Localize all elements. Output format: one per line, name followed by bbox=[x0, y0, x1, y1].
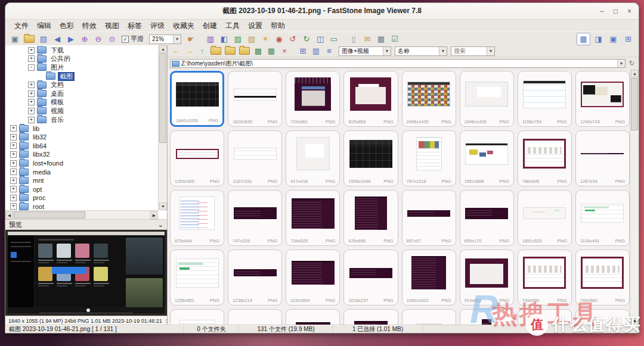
previous-image-icon[interactable]: ◀ bbox=[51, 34, 63, 45]
tree-vertical-scrollbar[interactable]: ▲ ▼ bbox=[158, 45, 167, 210]
scroll-right-icon[interactable]: ▶ bbox=[150, 211, 158, 219]
thumbnail-card[interactable]: 749x560PNG bbox=[575, 250, 630, 306]
scroll-down-icon[interactable]: ▼ bbox=[159, 202, 167, 210]
search-input[interactable] bbox=[451, 47, 487, 55]
tree-item[interactable]: +lib32 bbox=[5, 133, 158, 142]
tree-item[interactable]: +media bbox=[5, 167, 158, 176]
expand-icon[interactable]: + bbox=[28, 99, 35, 105]
tree-item[interactable]: +桌面 bbox=[5, 89, 158, 98]
actual-size-icon[interactable]: ⊙ bbox=[106, 34, 118, 45]
tree-item[interactable]: +模板 bbox=[5, 98, 158, 107]
tree-item[interactable]: +opt bbox=[5, 185, 158, 194]
zoom-out-icon[interactable]: ⊖ bbox=[92, 34, 104, 45]
tree-item[interactable]: +proc bbox=[5, 194, 158, 202]
close-button[interactable]: × bbox=[627, 7, 631, 15]
expand-icon[interactable]: + bbox=[10, 151, 17, 158]
thumbnail-card[interactable]: 914x626PNG bbox=[460, 250, 514, 306]
browse-view-button[interactable]: ▦ bbox=[577, 33, 590, 45]
menu-item[interactable]: 视图 bbox=[101, 21, 123, 31]
thumbnail-card[interactable] bbox=[518, 309, 572, 325]
slideshow-icon[interactable]: ▥ bbox=[205, 34, 216, 45]
thumbnail-card[interactable]: 749x560PNG bbox=[518, 250, 572, 306]
batch-convert-icon[interactable]: ▨ bbox=[232, 34, 244, 45]
preview-image[interactable] bbox=[5, 230, 167, 316]
delete-icon[interactable]: × bbox=[278, 46, 290, 57]
menu-item[interactable]: 编辑 bbox=[33, 21, 55, 31]
move-image-icon[interactable]: ▦ bbox=[265, 46, 277, 57]
tree-item[interactable]: +lib bbox=[5, 124, 158, 133]
thumbnail-card[interactable]: 1040x1002PNG bbox=[402, 250, 456, 306]
tree-item[interactable]: 截图 bbox=[5, 72, 158, 81]
thumbnail-card[interactable]: 734x525PNG bbox=[286, 190, 340, 246]
thumbnail-card[interactable]: 787x1018PNG bbox=[402, 130, 456, 186]
thumbnail-card[interactable] bbox=[170, 309, 224, 325]
rename-icon[interactable]: ▧ bbox=[246, 34, 258, 45]
zoom-level-select[interactable]: 21%▾ bbox=[149, 35, 181, 44]
thumbnail-card[interactable]: 1018x237PNG bbox=[343, 250, 398, 306]
collapse-icon[interactable]: - bbox=[28, 64, 35, 71]
capture-icon[interactable]: ▣ bbox=[9, 34, 21, 45]
scrollbar-thumb[interactable] bbox=[631, 78, 638, 130]
tree-item[interactable]: +文档 bbox=[5, 80, 158, 89]
menu-item[interactable]: 收藏夹 bbox=[169, 21, 199, 31]
forward-icon[interactable]: → bbox=[183, 46, 195, 57]
thumbnail-card[interactable]: 1267x34PNG bbox=[575, 130, 630, 186]
thumbnail-card[interactable]: 676x696PNG bbox=[343, 190, 398, 246]
chevron-down-icon[interactable]: ▾ bbox=[617, 60, 625, 67]
thumbnail-card[interactable]: 1256x851PNG bbox=[170, 250, 224, 306]
thumbnail-card[interactable]: 723x661PNG bbox=[286, 71, 340, 127]
chevron-down-icon[interactable]: ▾ bbox=[487, 47, 494, 55]
viewer-view-button[interactable]: ◨ bbox=[592, 33, 605, 45]
menu-item[interactable]: 标签 bbox=[123, 21, 146, 31]
expand-icon[interactable]: + bbox=[10, 186, 17, 192]
minimize-button[interactable]: − bbox=[600, 7, 604, 15]
chevron-down-icon[interactable]: ▾ bbox=[383, 47, 391, 55]
open-folder-icon[interactable] bbox=[24, 35, 35, 43]
scanner-icon[interactable]: ▯ bbox=[348, 34, 360, 45]
scrollbar-thumb[interactable] bbox=[14, 211, 85, 219]
thumbnail-card[interactable]: 1158x754PNG bbox=[518, 71, 572, 127]
thumbnail-card[interactable]: 786x545PNG bbox=[518, 130, 572, 186]
email-icon[interactable]: ✉ bbox=[361, 34, 373, 45]
expand-icon[interactable]: + bbox=[28, 55, 35, 62]
next-image-icon[interactable]: ▶ bbox=[65, 34, 77, 45]
scrollbar-thumb[interactable] bbox=[159, 54, 166, 143]
maximize-button[interactable]: □ bbox=[614, 7, 618, 15]
scroll-left-icon[interactable]: ◀ bbox=[5, 211, 13, 219]
menu-item[interactable]: 特效 bbox=[78, 21, 101, 31]
menu-item[interactable]: 工具 bbox=[221, 21, 244, 31]
sort-select[interactable]: 名称▾ bbox=[395, 46, 447, 56]
tree-item[interactable]: +libx32 bbox=[5, 150, 158, 159]
tree-item[interactable]: +mnt bbox=[5, 176, 158, 185]
thumbnail-card[interactable] bbox=[228, 309, 282, 325]
expand-icon[interactable]: + bbox=[28, 47, 35, 54]
expand-icon[interactable]: + bbox=[28, 117, 35, 123]
tree-item[interactable]: +root bbox=[5, 202, 158, 210]
thumbnail-card[interactable]: 1240x743PNG bbox=[575, 71, 630, 127]
expand-icon[interactable]: + bbox=[28, 82, 35, 88]
up-folder-icon[interactable]: ↑ bbox=[196, 46, 208, 57]
expand-icon[interactable]: + bbox=[10, 195, 17, 201]
expand-icon[interactable]: + bbox=[10, 203, 17, 210]
thumbnail-card[interactable]: 417x418PNG bbox=[286, 130, 340, 186]
column-view-icon[interactable]: ▥ bbox=[310, 46, 322, 57]
thumbnail-card[interactable] bbox=[575, 309, 630, 325]
tree-item[interactable]: +视频 bbox=[5, 107, 158, 116]
thumbnail-card[interactable]: 1238x214PNG bbox=[228, 250, 282, 306]
thumbnail-card[interactable]: 815x659PNG bbox=[343, 71, 398, 127]
thumbnail-view-icon[interactable]: ⊞ bbox=[297, 46, 309, 57]
collapse-preview-icon[interactable]: ⌄ bbox=[158, 221, 163, 229]
thumbnail-card[interactable]: 1269x305PNG bbox=[170, 130, 224, 186]
tree-item[interactable]: +音乐 bbox=[5, 116, 158, 124]
compare-images-icon[interactable]: ◧ bbox=[218, 34, 230, 45]
expand-icon[interactable]: + bbox=[10, 160, 17, 167]
thumbnail-card[interactable]: 675x644PNG bbox=[170, 190, 224, 246]
title-bar[interactable]: 截图 2023-10-19 01-46-21.png - FastStone I… bbox=[5, 3, 639, 20]
menu-item[interactable]: 文件 bbox=[10, 21, 33, 31]
thumbnail-card[interactable]: 659x170PNG bbox=[460, 190, 514, 246]
expand-icon[interactable]: + bbox=[10, 177, 17, 184]
move-to-folder-icon[interactable] bbox=[225, 47, 236, 55]
tasks-icon[interactable]: ☑ bbox=[389, 34, 401, 45]
rotate-left-icon[interactable]: ↺ bbox=[287, 34, 299, 45]
thumbnail-card[interactable] bbox=[402, 309, 456, 325]
